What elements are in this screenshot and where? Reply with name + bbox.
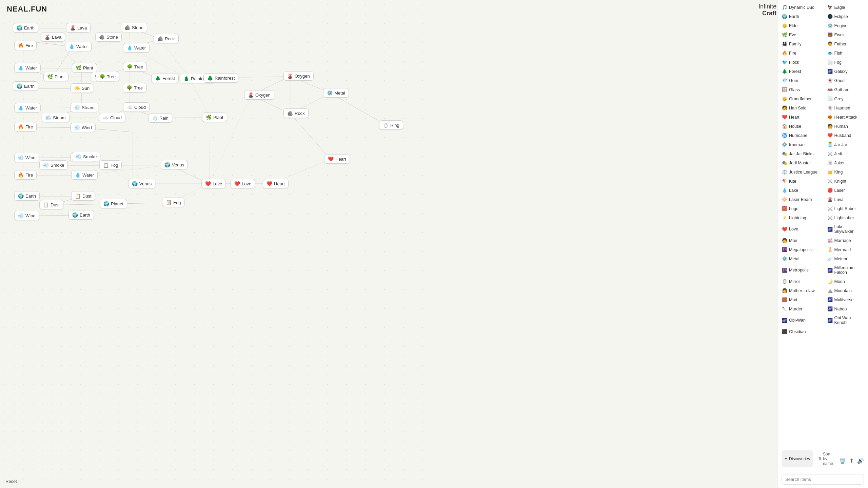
panel-item[interactable]: ❤️‍🔥Heart Attack (824, 113, 867, 121)
panel-item[interactable]: ❤️Husband (824, 131, 867, 140)
node-n48[interactable]: 📋Dust (71, 191, 95, 201)
panel-item[interactable]: 🧜Mermaid (824, 245, 867, 254)
node-n53[interactable]: 🌍Earth (68, 210, 94, 220)
node-n37[interactable]: 💨Smoke (72, 152, 100, 161)
node-n5[interactable]: 💧Water (65, 42, 92, 51)
node-n10[interactable]: 🌳Tree (123, 62, 147, 72)
reset-button[interactable]: Reset (5, 479, 17, 484)
search-input[interactable] (782, 474, 864, 485)
panel-item[interactable]: 🌆Metropolis (778, 264, 822, 277)
panel-item[interactable]: 🪁Kite (778, 177, 822, 185)
panel-item[interactable]: 🌙Moon (824, 277, 867, 286)
panel-item[interactable]: 🔥Fire (778, 49, 822, 57)
panel-item[interactable]: 🌌Obi-Wan (778, 314, 822, 327)
node-n31[interactable]: 🌋Oxygen (283, 71, 314, 81)
node-n44[interactable]: ❤️Love (201, 179, 226, 188)
panel-item[interactable]: 👨‍👩‍👧‍👦Family (778, 40, 822, 48)
node-n13[interactable]: 🌍Earth (13, 81, 38, 91)
panel-item[interactable]: 🎭Jar Jar Binks (778, 149, 822, 158)
panel-item[interactable]: 🌌Multiverse (824, 296, 867, 304)
panel-item[interactable]: 👨Father (824, 40, 867, 48)
node-n22[interactable]: ☁️Cloud (99, 113, 125, 122)
panel-item[interactable]: ⚙️Metal (778, 255, 822, 263)
node-n54[interactable]: ❤️Heart (324, 154, 350, 164)
node-n41[interactable]: 🌍Venus (128, 179, 155, 188)
share-icon[interactable]: ⬆ (849, 458, 854, 464)
panel-item[interactable]: ⚡Lightning (778, 214, 822, 222)
panel-item[interactable]: ⚔️Lightsaber (824, 214, 867, 222)
panel-item[interactable]: 🌫️Fog (824, 58, 867, 66)
panel-item[interactable]: 🧑Man (778, 236, 822, 245)
panel-item[interactable]: 🏠House (778, 122, 822, 130)
node-n34[interactable]: 🪨Rock (283, 108, 309, 118)
panel-item[interactable]: 🌲Forest (778, 67, 822, 76)
node-n47[interactable]: 🌍Earth (14, 191, 40, 201)
node-n40[interactable]: 🌍Venus (161, 160, 188, 169)
node-n42[interactable]: 🔥Fire (14, 170, 37, 180)
node-n19[interactable]: 💨Steam (71, 103, 98, 112)
panel-item[interactable]: ❤️Love (778, 223, 822, 236)
node-n32[interactable]: 🌋Oxygen (244, 90, 274, 100)
node-n17[interactable]: 🌲Rainforest (203, 73, 238, 83)
node-n12[interactable]: 🌳Tree (123, 83, 146, 93)
node-n49[interactable]: 📋Dust (39, 200, 63, 209)
panel-item[interactable]: ☄️Meteor (824, 255, 867, 263)
node-n38[interactable]: 💨Smoke (39, 160, 68, 170)
panel-item[interactable]: 🌍Earth (778, 12, 822, 21)
panel-item[interactable]: 🔪Murder (778, 305, 822, 313)
node-n51[interactable]: 📋Fog (162, 198, 184, 207)
node-n26[interactable]: 🌿Plant (202, 113, 227, 122)
node-n28[interactable]: 🪨Stone (95, 32, 122, 42)
tab-discoveries[interactable]: ✦ Discoveries (782, 450, 813, 467)
node-n35[interactable]: 💨Wind (14, 153, 39, 162)
node-n11[interactable]: 🌳Tree (96, 72, 119, 81)
panel-item[interactable]: 🪞Mirror (778, 277, 822, 286)
panel-item[interactable]: 🎭Jedi Master (778, 159, 822, 167)
node-n14[interactable]: ☀️Sun (71, 83, 93, 93)
panel-item[interactable]: 🐻Ewok (824, 30, 867, 39)
panel-item[interactable]: ⚔️Knight (824, 177, 867, 185)
node-n23[interactable]: 🌧️Rain (148, 113, 172, 123)
panel-item[interactable]: 👑King (824, 168, 867, 176)
panel-item[interactable]: ⚖️Justice League (778, 168, 822, 176)
node-n1[interactable]: 🌍Earth (13, 23, 38, 33)
node-n7[interactable]: 🌿Plant (72, 63, 97, 73)
node-n25[interactable]: 💨Wind (71, 123, 96, 132)
node-n39[interactable]: 📋Fog (99, 160, 122, 170)
node-n45[interactable]: ❤️Love (231, 179, 255, 188)
panel-item[interactable]: 👻Ghost (824, 76, 867, 85)
panel-item[interactable]: 💒Marriage (824, 236, 867, 245)
panel-item[interactable]: 🌌Millennium Falcon (824, 264, 867, 277)
tab-sort[interactable]: ⇅ Sort by name (815, 450, 836, 467)
panel-item[interactable]: ⚔️Jedi (824, 149, 867, 158)
panel-item[interactable]: 🌑Eclipse (824, 12, 867, 21)
panel-item[interactable]: 💧Lake (778, 186, 822, 195)
panel-item[interactable]: 🌀Hurricane (778, 131, 822, 140)
node-n33[interactable]: ⚙️Metal (323, 88, 349, 98)
node-n55[interactable]: 💍Ring (379, 120, 403, 130)
panel-item[interactable]: 🧑Human (824, 122, 867, 130)
panel-item[interactable]: ⬛Obsidian (778, 327, 867, 336)
panel-item[interactable]: 🌆Megalopolis (778, 245, 822, 254)
panel-item[interactable]: 🃏Joker (824, 159, 867, 167)
panel-item[interactable]: 🐦Flock (778, 58, 822, 66)
panel-item[interactable]: 🔴Laser (824, 186, 867, 195)
panel-item[interactable]: 🌫️Grey (824, 95, 867, 103)
panel-item[interactable]: 👩Mother-in-law (778, 286, 822, 295)
node-n46[interactable]: ❤️Heart (263, 179, 289, 188)
node-n4[interactable]: 🔥Fire (14, 41, 37, 50)
node-n6[interactable]: 💧Water (14, 63, 41, 73)
panel-item[interactable]: 👴Elder (778, 21, 822, 30)
panel-item[interactable]: 🌿Eve (778, 30, 822, 39)
node-n2[interactable]: 🌋Lava (66, 23, 91, 33)
panel-item[interactable]: 👴Grandfather (778, 95, 822, 103)
panel-item[interactable]: ❤️Heart (778, 113, 822, 121)
node-n20[interactable]: 💨Steam (42, 113, 70, 122)
panel-item[interactable]: 🦅Eagle (824, 3, 867, 12)
panel-item[interactable]: 🫙Jar Jar (824, 140, 867, 149)
node-n21[interactable]: ☁️Cloud (123, 102, 150, 112)
panel-item[interactable]: ⚔️Light Saber (824, 204, 867, 213)
panel-item[interactable]: 🧱Lego (778, 204, 822, 213)
panel-item[interactable]: 🌌Luke Skywalker (824, 223, 867, 236)
panel-item[interactable]: 🌋Lava (824, 195, 867, 204)
